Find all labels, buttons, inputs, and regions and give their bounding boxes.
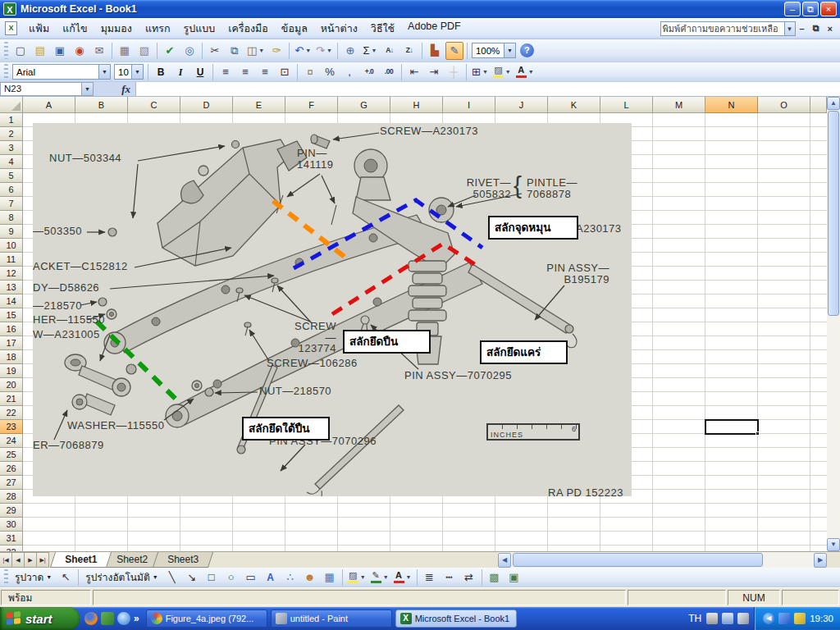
start-button[interactable]: start [0, 607, 80, 630]
scroll-left-icon[interactable]: ◀ [498, 553, 511, 568]
copy-button[interactable]: ⧉ [226, 42, 244, 60]
three-d-button[interactable]: ▣ [505, 568, 523, 587]
dropdown-arrow-icon[interactable]: ▼ [371, 48, 377, 53]
column-header-E[interactable]: E [233, 97, 285, 113]
help-button[interactable]: ? [520, 43, 534, 57]
firefox-icon[interactable] [84, 612, 98, 625]
row-header-20[interactable]: 20 [0, 378, 23, 392]
row-header-14[interactable]: 14 [0, 294, 23, 308]
column-header-O[interactable]: O [758, 97, 810, 113]
zoom-combobox-dropdown-icon[interactable]: ▼ [504, 43, 515, 57]
row-header-26[interactable]: 26 [0, 462, 23, 476]
borders-button[interactable]: ⊞▼ [470, 63, 490, 81]
spelling-button[interactable]: ✔ [161, 42, 179, 60]
row-header-7[interactable]: 7 [0, 197, 23, 211]
row-header-6[interactable]: 6 [0, 183, 23, 197]
email-button[interactable]: ✉ [90, 42, 108, 60]
annotation-box[interactable]: สลักยึดแคร่ [480, 340, 568, 364]
scroll-up-icon[interactable]: ▲ [827, 97, 840, 110]
row-header-8[interactable]: 8 [0, 211, 23, 225]
last-sheet-button[interactable]: ▶| [37, 552, 49, 568]
research-button[interactable]: ◎ [180, 42, 199, 60]
align-left-button[interactable]: ≡ [217, 63, 235, 81]
row-header-2[interactable]: 2 [0, 127, 23, 141]
first-sheet-button[interactable]: |◀ [0, 552, 12, 568]
insert-hyperlink-button[interactable]: ⊕ [341, 42, 359, 60]
messenger-icon[interactable] [117, 612, 130, 625]
column-header-F[interactable]: F [285, 97, 338, 113]
column-header-H[interactable]: H [390, 97, 443, 113]
menu-item[interactable]: มุมมอง [94, 18, 139, 39]
autoshapes-menu-button[interactable]: รูปร่างอัตโนมัติ▼ [81, 567, 162, 587]
dropdown-arrow-icon[interactable]: ▼ [383, 574, 389, 580]
align-center-button[interactable]: ≡ [236, 63, 254, 81]
column-header-D[interactable]: D [180, 97, 233, 113]
font-name-combobox[interactable]: Arial▼ [12, 64, 111, 80]
oval-button[interactable]: ○ [222, 568, 240, 587]
decrease-decimal-button[interactable]: .00 [380, 63, 398, 81]
column-header-L[interactable]: L [600, 97, 653, 113]
fill-color-button[interactable]: ▨▼ [491, 63, 513, 81]
column-header-I[interactable]: I [443, 97, 495, 113]
text-box-button[interactable]: ▭ [242, 568, 260, 587]
dropdown-arrow-icon[interactable]: ▼ [406, 574, 412, 580]
menu-item[interactable]: ข้อมูล [275, 18, 314, 39]
font-name-combobox-dropdown-icon[interactable]: ▼ [98, 65, 110, 79]
workbook-close-button[interactable]: × [824, 24, 837, 34]
row-header-15[interactable]: 15 [0, 308, 23, 322]
minimize-button[interactable]: – [784, 2, 801, 16]
workbook-minimize-button[interactable]: – [796, 24, 809, 34]
help-box-dropdown-icon[interactable]: ▼ [785, 21, 796, 36]
sort-descending-button[interactable]: Z↓ [400, 42, 418, 60]
task-button[interactable]: Figure_4a.jpeg (792... [146, 609, 267, 628]
row-header-13[interactable]: 13 [0, 281, 23, 294]
menu-item[interactable]: แทรก [139, 18, 177, 39]
font-color-button[interactable]: A▼ [392, 568, 413, 587]
row-header-9[interactable]: 9 [0, 225, 23, 239]
font-size-combobox-dropdown-icon[interactable]: ▼ [131, 65, 143, 79]
row-header-4[interactable]: 4 [0, 155, 23, 169]
hide-icons-icon[interactable]: ◀ [763, 613, 774, 624]
undo-button[interactable]: ↶▼ [293, 42, 313, 60]
row-header-17[interactable]: 17 [0, 336, 23, 350]
close-button[interactable]: × [820, 2, 837, 16]
workbook-restore-button[interactable]: ⧉ [809, 23, 824, 34]
worksheet-cells[interactable]: INCHES 6 SCREW—A230173NUT—503344PIN— 141… [23, 113, 827, 551]
scroll-down-icon[interactable]: ▼ [827, 538, 840, 551]
row-header-19[interactable]: 19 [0, 364, 23, 378]
fill-handle[interactable] [756, 431, 760, 436]
underline-button[interactable]: U [191, 63, 209, 81]
row-header-5[interactable]: 5 [0, 169, 23, 183]
dropdown-arrow-icon[interactable]: ▼ [505, 69, 511, 75]
sheet-tab-Sheet1[interactable]: Sheet1 [50, 552, 112, 568]
permission-button[interactable]: ◉ [71, 42, 89, 60]
language-bar-icon[interactable] [722, 613, 733, 624]
menu-item[interactable]: แก้ไข [56, 18, 94, 39]
column-header-M[interactable]: M [653, 97, 705, 113]
row-header-25[interactable]: 25 [0, 448, 23, 462]
dropdown-arrow-icon[interactable]: ▼ [258, 48, 264, 53]
row-header-27[interactable]: 27 [0, 476, 23, 490]
menu-item[interactable]: วิธีใช้ [364, 18, 401, 39]
help-question-box[interactable]: พิมพ์คำถามขอความช่วยเหลือ [660, 21, 785, 36]
bold-button[interactable]: B [152, 63, 170, 81]
next-sheet-button[interactable]: ▶ [25, 552, 37, 568]
row-header-32[interactable]: 32 [0, 546, 23, 551]
italic-button[interactable]: I [171, 63, 189, 81]
draw-menu-button[interactable]: รูปวาด▼ [11, 567, 56, 587]
column-header-C[interactable]: C [128, 97, 180, 113]
menu-item[interactable]: รูปแบบ [177, 18, 222, 39]
name-box[interactable]: N23 [0, 82, 82, 96]
row-header-29[interactable]: 29 [0, 504, 23, 518]
prev-sheet-button[interactable]: ◀ [12, 552, 25, 568]
dotted-border-button[interactable]: ┼ [445, 63, 463, 81]
microphone-icon[interactable] [706, 613, 718, 624]
comma-button[interactable]: , [340, 63, 358, 81]
percent-button[interactable]: % [321, 63, 339, 81]
image-tool-icon[interactable] [101, 612, 114, 625]
row-header-28[interactable]: 28 [0, 490, 23, 504]
language-indicator[interactable]: TH [688, 613, 701, 624]
select-all-corner[interactable] [0, 97, 23, 113]
arrow-button[interactable]: ↘ [183, 568, 201, 587]
row-header-18[interactable]: 18 [0, 350, 23, 364]
